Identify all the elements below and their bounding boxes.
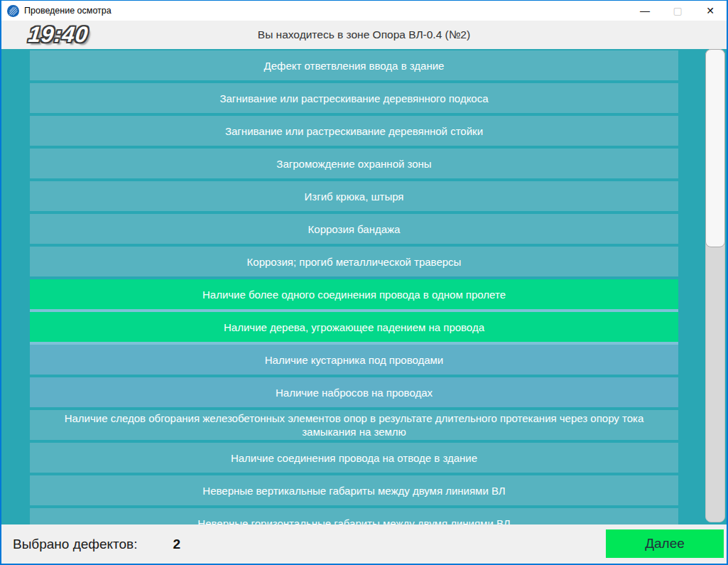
main-area: Дефект ответвления ввода в здание Загнив… bbox=[1, 49, 727, 524]
title-bar: Проведение осмотра — ▢ ✕ bbox=[1, 1, 727, 21]
defect-item[interactable]: Наличие набросов на проводах bbox=[30, 377, 678, 407]
footer-bar: Выбрано дефектов: 2 Далее bbox=[1, 524, 727, 564]
defect-item-label: Изгиб крюка, штыря bbox=[305, 190, 404, 203]
defect-item[interactable]: Коррозия бандажа bbox=[30, 214, 678, 244]
defect-item[interactable]: Неверные вертикальные габариты между дву… bbox=[30, 475, 678, 505]
app-window: Проведение осмотра — ▢ ✕ Вы находитесь в… bbox=[0, 0, 728, 565]
window-title: Проведение осмотра bbox=[24, 6, 112, 16]
defect-item-label: Коррозия бандажа bbox=[308, 222, 401, 236]
time-display: 19:40 bbox=[27, 22, 89, 48]
selected-defects-count: 2 bbox=[173, 537, 181, 552]
defect-item-label: Наличие кустарника под проводами bbox=[265, 353, 443, 367]
minimize-button[interactable]: — bbox=[629, 1, 661, 21]
defect-item[interactable]: Наличие соединения провода на отводе в з… bbox=[30, 443, 678, 473]
defect-item-label: Загнивание или растрескивание деревянной… bbox=[225, 124, 483, 138]
defect-item-label: Наличие набросов на проводах bbox=[276, 386, 433, 399]
defect-list: Дефект ответвления ввода в здание Загнив… bbox=[30, 50, 678, 524]
defect-item-label: Наличие более одного соединения провода … bbox=[202, 288, 506, 301]
defect-item-label: Неверные горизонтальные габариты между д… bbox=[197, 517, 510, 525]
app-logo-icon bbox=[7, 5, 19, 17]
defect-item-label: Дефект ответвления ввода в здание bbox=[264, 59, 445, 72]
defect-item-label: Наличие следов обгорания железобетонных … bbox=[37, 411, 671, 438]
defect-item[interactable]: Загнивание или растрескивание деревянной… bbox=[30, 116, 678, 146]
next-button[interactable]: Далее bbox=[606, 529, 724, 558]
defect-item[interactable]: Наличие дерева, угрожающее падением на п… bbox=[30, 312, 678, 342]
defect-item[interactable]: Наличие следов обгорания железобетонных … bbox=[30, 410, 678, 440]
defect-item-label: Коррозия; прогиб металлической траверсы bbox=[247, 255, 462, 269]
defect-item[interactable]: Загнивание или растрескивание деревянног… bbox=[30, 83, 678, 113]
selected-defects-label: Выбрано дефектов: bbox=[13, 537, 138, 552]
zone-text: Вы находитесь в зоне Опора ВЛ-0.4 (№2) bbox=[1, 21, 727, 49]
defect-item-label: Загромождение охранной зоны bbox=[276, 157, 431, 171]
defect-item[interactable]: Дефект ответвления ввода в здание bbox=[30, 50, 678, 80]
defect-item[interactable]: Наличие более одного соединения провода … bbox=[30, 279, 678, 309]
defect-item-label: Неверные вертикальные габариты между дву… bbox=[202, 484, 505, 497]
close-button[interactable]: ✕ bbox=[694, 1, 727, 21]
scrollbar bbox=[705, 49, 725, 522]
defect-item[interactable]: Неверные горизонтальные габариты между д… bbox=[30, 508, 678, 524]
defect-item[interactable]: Загромождение охранной зоны bbox=[30, 149, 678, 178]
defect-item-label: Наличие дерева, угрожающее падением на п… bbox=[224, 321, 484, 334]
maximize-button: ▢ bbox=[661, 1, 694, 21]
scrollbar-thumb[interactable] bbox=[705, 49, 725, 247]
defect-item[interactable]: Изгиб крюка, штыря bbox=[30, 181, 678, 211]
defect-item[interactable]: Наличие кустарника под проводами bbox=[30, 345, 678, 375]
header: Вы находитесь в зоне Опора ВЛ-0.4 (№2) 1… bbox=[1, 21, 727, 49]
defect-item-label: Наличие соединения провода на отводе в з… bbox=[231, 451, 477, 465]
defect-item-label: Загнивание или растрескивание деревянног… bbox=[219, 92, 488, 105]
defect-item[interactable]: Коррозия; прогиб металлической траверсы bbox=[30, 247, 678, 276]
